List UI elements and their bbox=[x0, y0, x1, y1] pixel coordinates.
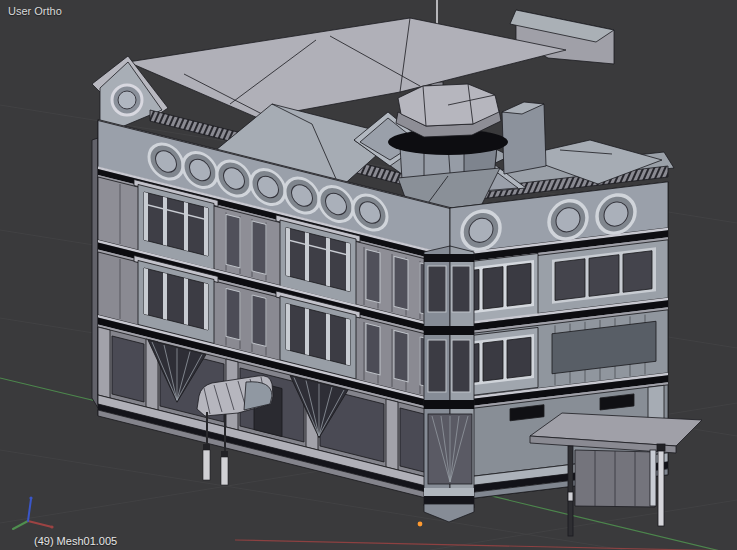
viewport-canvas[interactable] bbox=[0, 0, 737, 550]
blender-3d-viewport[interactable]: User Ortho (49) Mesh01.005 bbox=[0, 0, 737, 550]
active-object-label: (49) Mesh01.005 bbox=[34, 535, 117, 547]
object-origin-dot bbox=[418, 522, 423, 527]
view-mode-label: User Ortho bbox=[8, 5, 62, 17]
chimney bbox=[502, 102, 546, 174]
left-end-wall bbox=[92, 138, 98, 408]
corner-bay bbox=[424, 246, 474, 522]
